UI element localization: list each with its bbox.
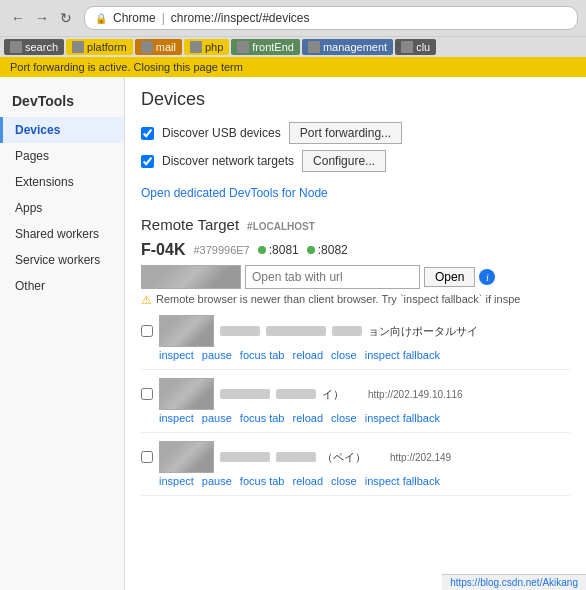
address-site: Chrome	[113, 11, 156, 25]
devtools-node-link[interactable]: Open dedicated DevTools for Node	[141, 186, 328, 200]
focus-tab-link-2[interactable]: focus tab	[240, 475, 285, 487]
sidebar-item-extensions[interactable]: Extensions	[0, 169, 124, 195]
bookmark-php[interactable]: php	[184, 39, 229, 55]
browser-chrome: ← → ↻ 🔒 Chrome | chrome://inspect/#devic…	[0, 0, 586, 77]
warning-icon: ⚠	[141, 293, 152, 307]
sidebar-title: DevTools	[0, 85, 124, 117]
pause-link-2[interactable]: pause	[202, 475, 232, 487]
blurred-3	[220, 389, 270, 399]
page-thumbnail-2	[159, 441, 214, 473]
page-checkbox-0[interactable]	[141, 325, 153, 337]
port-forwarding-button[interactable]: Port forwarding...	[289, 122, 402, 144]
configure-button[interactable]: Configure...	[302, 150, 386, 172]
bookmark-platform[interactable]: platform	[66, 39, 133, 55]
url-open-row: Open i	[141, 265, 570, 289]
url-input[interactable]	[245, 265, 420, 289]
close-link-2[interactable]: close	[331, 475, 357, 487]
pause-link-0[interactable]: pause	[202, 349, 232, 361]
blurred-6	[276, 452, 316, 462]
port2-indicator: :8082	[307, 243, 348, 257]
bookmarks-bar: search platform mail php frontEnd manage…	[0, 36, 586, 57]
forward-button[interactable]: →	[32, 8, 52, 28]
inspect-link-2[interactable]: inspect	[159, 475, 194, 487]
page-item-0: ョン向けポータルサイ inspect pause focus tab reloa…	[141, 315, 570, 370]
page-actions-2: inspect pause focus tab reload close ins…	[159, 475, 570, 487]
open-tab-button[interactable]: Open	[424, 267, 475, 287]
pause-link-1[interactable]: pause	[202, 412, 232, 424]
sidebar-item-apps[interactable]: Apps	[0, 195, 124, 221]
page-thumbnail-0	[159, 315, 214, 347]
device-serial: #379996E7	[193, 244, 249, 256]
bookmark-search[interactable]: search	[4, 39, 64, 55]
bookmark-label: php	[205, 41, 223, 53]
blurred-2	[332, 326, 362, 336]
bookmark-icon	[401, 41, 413, 53]
page-item-2: （ペイ） http://202.149 inspect pause focus …	[141, 441, 570, 496]
status-url: https://blog.csdn.net/Akikang	[450, 577, 578, 588]
inspect-fallback-link-1[interactable]: inspect fallback	[365, 412, 440, 424]
port2-text: :8082	[318, 243, 348, 257]
warning-message: ⚠ Remote browser is newer than client br…	[141, 293, 570, 307]
blurred-5	[220, 452, 270, 462]
inspect-fallback-link-2[interactable]: inspect fallback	[365, 475, 440, 487]
notification-bar: Port forwarding is active. Closing this …	[0, 57, 586, 77]
sidebar-item-pages[interactable]: Pages	[0, 143, 124, 169]
reload-link-2[interactable]: reload	[292, 475, 323, 487]
inspect-fallback-link-0[interactable]: inspect fallback	[365, 349, 440, 361]
page-thumbnail-1	[159, 378, 214, 410]
focus-tab-link-1[interactable]: focus tab	[240, 412, 285, 424]
blurred-1	[266, 326, 326, 336]
port1-indicator: :8081	[258, 243, 299, 257]
bookmark-frontend[interactable]: frontEnd	[231, 39, 300, 55]
warning-text: Remote browser is newer than client brow…	[156, 293, 520, 305]
bookmark-clu[interactable]: clu	[395, 39, 436, 55]
bookmark-icon	[10, 41, 22, 53]
port1-dot	[258, 246, 266, 254]
port2-dot	[307, 246, 315, 254]
bookmark-mail[interactable]: mail	[135, 39, 182, 55]
close-link-1[interactable]: close	[331, 412, 357, 424]
inspect-link-1[interactable]: inspect	[159, 412, 194, 424]
address-url: chrome://inspect/#devices	[171, 11, 310, 25]
discover-network-checkbox[interactable]	[141, 155, 154, 168]
reload-button[interactable]: ↻	[56, 8, 76, 28]
page-title-1: イ）	[322, 387, 344, 402]
sidebar-item-other[interactable]: Other	[0, 273, 124, 299]
sidebar-item-service-workers[interactable]: Service workers	[0, 247, 124, 273]
discover-network-row: Discover network targets Configure...	[141, 150, 570, 172]
bookmark-icon	[141, 41, 153, 53]
page-checkbox-1[interactable]	[141, 388, 153, 400]
bookmark-label: search	[25, 41, 58, 53]
nav-buttons: ← → ↻	[8, 8, 76, 28]
sidebar-item-shared-workers[interactable]: Shared workers	[0, 221, 124, 247]
bookmark-icon	[308, 41, 320, 53]
back-button[interactable]: ←	[8, 8, 28, 28]
device-model: F-04K	[141, 241, 185, 259]
bookmark-management[interactable]: management	[302, 39, 393, 55]
sidebar: DevTools Devices Pages Extensions Apps S…	[0, 77, 125, 590]
reload-link-1[interactable]: reload	[292, 412, 323, 424]
info-icon: i	[479, 269, 495, 285]
discover-usb-checkbox[interactable]	[141, 127, 154, 140]
notification-text: Port forwarding is active. Closing this …	[10, 61, 243, 73]
discover-usb-label: Discover USB devices	[162, 126, 281, 140]
close-link-0[interactable]: close	[331, 349, 357, 361]
port1-text: :8081	[269, 243, 299, 257]
discover-network-label: Discover network targets	[162, 154, 294, 168]
address-bar[interactable]: 🔒 Chrome | chrome://inspect/#devices	[84, 6, 578, 30]
page-title-0: ョン向けポータルサイ	[368, 324, 478, 339]
bookmark-label: frontEnd	[252, 41, 294, 53]
inspect-link-0[interactable]: inspect	[159, 349, 194, 361]
page-title-2: （ペイ）	[322, 450, 366, 465]
bookmark-label: management	[323, 41, 387, 53]
page-item-1: イ） http://202.149.10.116 inspect pause f…	[141, 378, 570, 433]
page-row-1: イ） http://202.149.10.116	[141, 378, 570, 410]
blurred-0	[220, 326, 260, 336]
page-checkbox-2[interactable]	[141, 451, 153, 463]
reload-link-0[interactable]: reload	[292, 349, 323, 361]
sidebar-item-devices[interactable]: Devices	[0, 117, 124, 143]
lock-icon: 🔒	[95, 13, 107, 24]
remote-target-title: Remote Target	[141, 216, 239, 233]
bookmark-icon	[237, 41, 249, 53]
focus-tab-link-0[interactable]: focus tab	[240, 349, 285, 361]
